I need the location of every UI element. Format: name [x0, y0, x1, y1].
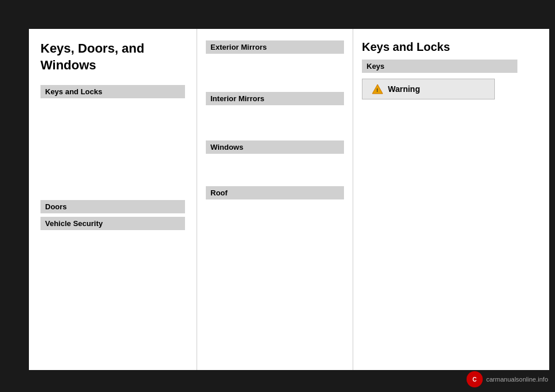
warning-box: ! Warning — [362, 79, 495, 99]
col1-spacer — [40, 102, 185, 194]
windows-header[interactable]: Windows — [206, 140, 344, 154]
exterior-mirrors-header[interactable]: Exterior Mirrors — [206, 40, 344, 54]
column-1: Keys, Doors, and Windows Keys and Locks … — [29, 29, 197, 370]
watermark-url: carmanualsonline.info — [486, 376, 548, 383]
vehicle-security-header[interactable]: Vehicle Security — [40, 217, 185, 230]
column-3: Keys and Locks Keys ! Warning — [353, 29, 526, 370]
keys-and-locks-header[interactable]: Keys and Locks — [40, 85, 185, 98]
column-2: Exterior Mirrors Interior Mirrors Window… — [197, 29, 353, 370]
col2-spacer-2 — [206, 109, 344, 140]
col3-title: Keys and Locks — [362, 40, 517, 54]
watermark: C carmanualsonline.info — [467, 371, 548, 387]
interior-mirrors-header[interactable]: Interior Mirrors — [206, 92, 344, 105]
roof-header[interactable]: Roof — [206, 186, 344, 199]
keys-sub-header[interactable]: Keys — [362, 60, 517, 73]
watermark-logo-text: C — [472, 376, 476, 383]
svg-text:!: ! — [376, 87, 378, 93]
warning-triangle-icon: ! — [372, 84, 383, 94]
col1-bottom: Doors Vehicle Security — [40, 200, 185, 230]
main-title: Keys, Doors, and Windows — [40, 40, 185, 73]
col2-spacer-1 — [206, 57, 344, 92]
page-container: Keys, Doors, and Windows Keys and Locks … — [29, 29, 549, 370]
watermark-logo: C — [467, 371, 483, 387]
col2-spacer-3 — [206, 157, 344, 186]
doors-header[interactable]: Doors — [40, 200, 185, 213]
warning-label: Warning — [388, 84, 420, 94]
